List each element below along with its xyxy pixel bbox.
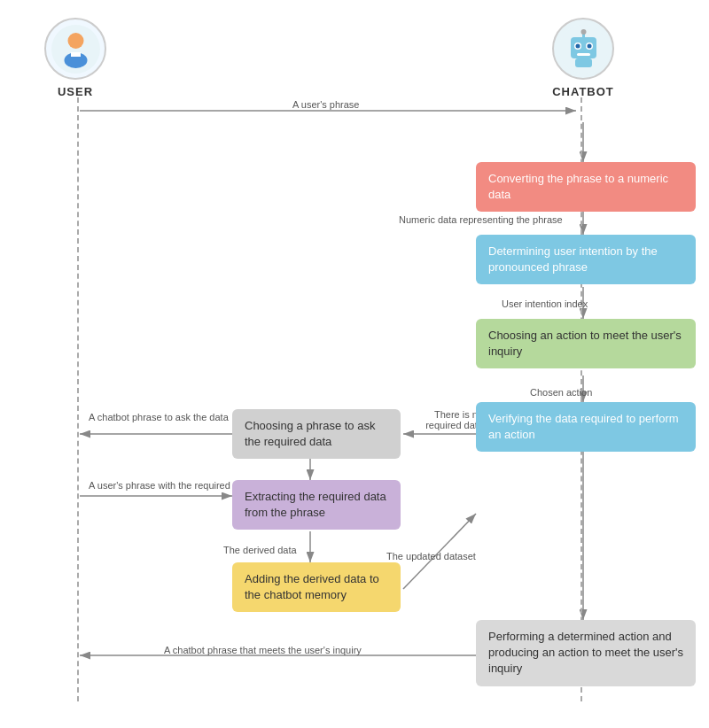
choosing-action-text: Choosing an action to meet the user's in… (488, 329, 682, 358)
adding-box: Adding the derived data to the chatbot m… (232, 562, 401, 612)
updated-label: The updated dataset (386, 549, 476, 564)
user-icon (51, 25, 100, 74)
choosing-action-box: Choosing an action to meet the user's in… (476, 319, 696, 368)
numeric-arrow-label: Numeric data representing the phrase (399, 214, 563, 225)
converting-box: Converting the phrase to a numeric data (476, 162, 696, 212)
users-phrase-text: A user's phrase with the required data (89, 480, 252, 491)
chatbot-avatar-container: CHATBOT (552, 18, 614, 98)
final-label: A chatbot phrase that meets the user's i… (164, 645, 362, 655)
determining-text: Determining user intention by the pronou… (488, 244, 658, 274)
user-dashed-line (77, 97, 79, 701)
no-required-label: There is no required data (412, 409, 483, 430)
svg-rect-27 (577, 53, 590, 56)
users-phrase-label: A user's phrase with the required data (89, 478, 252, 493)
extracting-box: Extracting the required data from the ph… (232, 480, 401, 530)
chatbot-icon (559, 25, 608, 74)
chatbot-phrase-label: A chatbot phrase to ask the data (89, 410, 229, 425)
diagram: USER CHATBOT (0, 0, 709, 728)
choosing-phrase-text: Choosing a phrase to ask the required da… (245, 419, 375, 448)
no-required-text: There is no required data (425, 409, 483, 430)
svg-point-16 (67, 33, 83, 49)
choosing-phrase-box: Choosing a phrase to ask the required da… (232, 409, 401, 459)
converting-text: Converting the phrase to a numeric data (488, 172, 668, 201)
updated-text: The updated dataset (386, 551, 476, 561)
extracting-text: Extracting the required data from the ph… (245, 490, 386, 519)
svg-point-26 (587, 43, 591, 48)
chatbot-label: CHATBOT (552, 85, 614, 98)
phrase-arrow-label: A user's phrase (292, 99, 359, 110)
performing-box: Performing a determined action and produ… (476, 620, 696, 686)
determining-box: Determining user intention by the pronou… (476, 235, 696, 284)
svg-rect-18 (71, 52, 81, 57)
chatbot-avatar (552, 18, 614, 80)
performing-text: Performing a determined action and produ… (488, 630, 683, 675)
derived-label: The derived data (223, 545, 297, 555)
svg-point-22 (580, 29, 586, 35)
chatbot-phrase-text: A chatbot phrase to ask the data (89, 412, 229, 422)
intention-arrow-label: User intention index (502, 298, 588, 309)
chosen-arrow-label: Chosen action (530, 387, 592, 398)
svg-point-24 (575, 43, 580, 48)
user-label: USER (58, 85, 93, 98)
verifying-text: Verifying the data required to perform a… (488, 412, 679, 441)
user-avatar-container: USER (44, 18, 106, 98)
verifying-box: Verifying the data required to perform a… (476, 402, 696, 452)
svg-rect-28 (575, 58, 592, 67)
user-avatar (44, 18, 106, 80)
adding-text: Adding the derived data to the chatbot m… (245, 572, 379, 601)
